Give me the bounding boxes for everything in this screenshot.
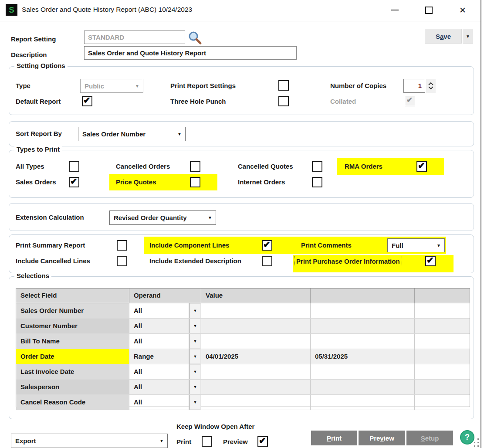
- report-setting-label: Report Setting: [11, 34, 56, 44]
- print-comments-dropdown[interactable]: Full ▼: [387, 238, 445, 252]
- print-report-settings-label: Print Report Settings: [170, 81, 236, 91]
- operand-dropdown-button[interactable]: ▼: [189, 395, 201, 410]
- keep-open-preview-checkbox[interactable]: [257, 436, 268, 447]
- operand-dropdown-button[interactable]: ▼: [189, 319, 201, 333]
- save-dropdown-button[interactable]: ▼: [463, 29, 473, 44]
- include-component-lines-label: Include Component Lines: [149, 241, 229, 250]
- cancelled-quotes-checkbox[interactable]: [312, 161, 322, 172]
- cell-value2[interactable]: [311, 319, 415, 333]
- cell-value2[interactable]: [311, 303, 415, 318]
- types-to-print-legend: Types to Print: [14, 146, 62, 153]
- number-of-copies-input[interactable]: 1: [403, 79, 425, 93]
- cell-operand[interactable]: All: [129, 334, 189, 349]
- table-row: Cancel Reason Code All ▼: [16, 395, 470, 410]
- cell-value2[interactable]: [311, 380, 415, 394]
- close-button[interactable]: ✕: [455, 3, 470, 17]
- print-summary-report-label: Print Summary Report: [16, 241, 85, 250]
- cell-field: Bill To Name: [16, 334, 129, 349]
- save-label: S: [436, 33, 440, 40]
- price-quotes-checkbox[interactable]: [190, 177, 200, 187]
- cell-value2[interactable]: [311, 364, 415, 379]
- help-icon[interactable]: ?: [460, 430, 474, 445]
- include-component-lines-checkbox[interactable]: [262, 240, 272, 251]
- maximize-button[interactable]: [421, 3, 437, 17]
- chevron-down-icon: ▼: [193, 319, 197, 333]
- number-of-copies-label: Number of Copies: [330, 81, 386, 91]
- minimize-button[interactable]: [387, 3, 403, 17]
- cell-value1[interactable]: [201, 334, 311, 349]
- types-to-print-group: Types to Print All Types Cancelled Order…: [9, 150, 474, 198]
- resize-grip[interactable]: [474, 438, 480, 447]
- cell-field: Customer Number: [16, 319, 129, 333]
- extension-calc-group: Extension Calculation Revised Order Quan…: [9, 203, 474, 231]
- include-extended-description-checkbox[interactable]: [262, 256, 272, 266]
- sort-report-by-label: Sort Report By: [16, 129, 62, 139]
- operand-dropdown-button[interactable]: ▼: [189, 334, 201, 349]
- preview-button[interactable]: Preview: [359, 431, 405, 445]
- chevron-down-icon: ▼: [193, 380, 197, 394]
- sort-report-by-dropdown[interactable]: Sales Order Number ▼: [78, 127, 186, 141]
- cell-operand[interactable]: All: [129, 395, 189, 410]
- rma-orders-checkbox[interactable]: [416, 161, 427, 172]
- search-icon[interactable]: [188, 31, 203, 45]
- description-input[interactable]: Sales Order and Quote History Report: [84, 46, 297, 60]
- print-summary-report-checkbox[interactable]: [117, 240, 127, 251]
- operand-dropdown-button[interactable]: ▼: [189, 364, 201, 379]
- sales-orders-checkbox[interactable]: [69, 177, 79, 187]
- keep-open-print-checkbox[interactable]: [202, 436, 212, 447]
- print-button[interactable]: Print: [311, 431, 357, 445]
- spinner-down-icon: [428, 86, 433, 89]
- report-setting-input[interactable]: STANDARD: [84, 31, 185, 44]
- cell-operand[interactable]: Range: [129, 349, 189, 364]
- print-po-info-checkbox[interactable]: [425, 256, 436, 266]
- cell-value1[interactable]: [201, 395, 311, 410]
- cell-operand[interactable]: All: [129, 319, 189, 333]
- save-button[interactable]: Save: [425, 29, 462, 44]
- chevron-down-icon: ▼: [193, 395, 197, 410]
- internet-orders-label: Internet Orders: [238, 177, 285, 187]
- operand-dropdown-button[interactable]: ▼: [189, 380, 201, 394]
- cell-field: Salesperson: [16, 380, 129, 394]
- three-hole-punch-checkbox[interactable]: [278, 96, 289, 106]
- selections-legend: Selections: [14, 272, 51, 279]
- extension-calc-dropdown[interactable]: Revised Order Quantity ▼: [109, 210, 216, 225]
- cell-operand[interactable]: All: [129, 380, 189, 394]
- window-right-border: [481, 0, 481, 448]
- chevron-down-icon: ▼: [177, 127, 182, 141]
- include-cancelled-lines-checkbox[interactable]: [117, 256, 127, 266]
- cell-value2[interactable]: [311, 334, 415, 349]
- cancelled-orders-checkbox[interactable]: [190, 161, 200, 172]
- operand-dropdown-button[interactable]: ▼: [189, 349, 201, 364]
- cell-value1[interactable]: [201, 380, 311, 394]
- cell-operand[interactable]: All: [129, 364, 189, 379]
- print-comments-label: Print Comments: [301, 241, 352, 250]
- keep-window-open-label: Keep Window Open After: [176, 422, 254, 431]
- all-types-checkbox[interactable]: [69, 161, 79, 172]
- operand-dropdown-button[interactable]: ▼: [189, 303, 201, 318]
- cell-operand[interactable]: All: [129, 303, 189, 318]
- print-po-info-label: Print Purchase Order Information: [294, 256, 402, 267]
- number-of-copies-stepper[interactable]: [426, 79, 436, 93]
- cell-field: Order Date: [16, 349, 129, 364]
- setting-options-group: Setting Options Type Public ▼ Print Repo…: [9, 66, 474, 115]
- selections-table: Select Field Operand Value Sales Order N…: [16, 288, 470, 407]
- chevron-down-icon: ▼: [193, 350, 197, 364]
- table-body: Sales Order Number All ▼ Customer Number…: [16, 303, 470, 410]
- cell-value1[interactable]: [201, 303, 311, 318]
- table-row: Salesperson All ▼: [16, 380, 470, 395]
- app-icon-letter: S: [9, 5, 14, 15]
- internet-orders-checkbox[interactable]: [312, 177, 322, 187]
- cell-value1[interactable]: [201, 364, 311, 379]
- cancelled-orders-label: Cancelled Orders: [116, 162, 170, 171]
- cell-field: Cancel Reason Code: [16, 395, 129, 410]
- export-dropdown[interactable]: Export ▼: [11, 434, 168, 448]
- print-report-settings-checkbox[interactable]: [278, 80, 289, 91]
- cell-value2[interactable]: [311, 395, 415, 410]
- cell-value2[interactable]: 05/31/2025: [311, 349, 415, 364]
- cell-value1[interactable]: 04/01/2025: [201, 349, 311, 364]
- collated-checkbox: [405, 96, 415, 106]
- setting-options-legend: Setting Options: [14, 62, 68, 69]
- cell-value1[interactable]: [201, 319, 311, 333]
- header-operand: Operand: [129, 288, 201, 303]
- default-report-checkbox[interactable]: [82, 96, 92, 106]
